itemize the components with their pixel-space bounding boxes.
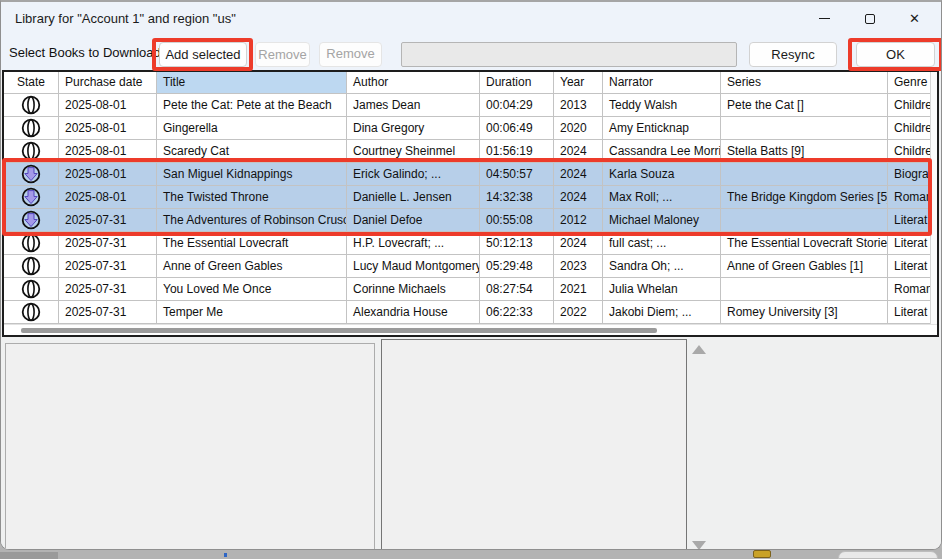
select-books-label: Select Books to Download: bbox=[9, 45, 164, 60]
books-table: StatePurchase dateTitleAuthorDurationYea… bbox=[2, 70, 939, 337]
cell-year: 2021 bbox=[554, 278, 603, 301]
table-row[interactable]: 2025-07-31The Adventures of Robinson Cru… bbox=[4, 209, 930, 232]
cell-author: Dina Gregory bbox=[347, 117, 480, 140]
cell-title: Scaredy Cat bbox=[157, 140, 347, 163]
library-window: Library for "Account 1" and region "us" … bbox=[0, 0, 942, 550]
resync-button[interactable]: Resync bbox=[749, 42, 837, 67]
cell-title: San Miguel Kidnappings bbox=[157, 163, 347, 186]
sphere-icon bbox=[4, 301, 59, 324]
remove-button[interactable]: Remove bbox=[255, 42, 310, 67]
cell-series bbox=[721, 117, 888, 140]
download-arrow-icon bbox=[4, 186, 59, 209]
cell-narrator: Cassandra Lee Morris bbox=[603, 140, 721, 163]
download-arrow-icon bbox=[4, 209, 59, 232]
column-header-year[interactable]: Year bbox=[554, 72, 603, 94]
column-header-narrator[interactable]: Narrator bbox=[603, 72, 721, 94]
cell-narrator: Julia Whelan bbox=[603, 278, 721, 301]
table-row[interactable]: 2025-08-01GingerellaDina Gregory00:06:49… bbox=[4, 117, 930, 140]
cell-series bbox=[721, 278, 888, 301]
cell-title: Pete the Cat: Pete at the Beach bbox=[157, 94, 347, 117]
cell-duration: 01:56:19 bbox=[480, 140, 554, 163]
screen: Library for "Account 1" and region "us" … bbox=[0, 0, 942, 559]
description-panel-left[interactable] bbox=[5, 343, 375, 550]
vertical-scrollbar[interactable] bbox=[930, 72, 937, 324]
cell-year: 2024 bbox=[554, 186, 603, 209]
table-row[interactable]: 2025-07-31Anne of Green GablesLucy Maud … bbox=[4, 255, 930, 278]
table-row[interactable]: 2025-08-01Pete the Cat: Pete at the Beac… bbox=[4, 94, 930, 117]
column-header-series[interactable]: Series bbox=[721, 72, 888, 94]
column-header-duration[interactable]: Duration bbox=[480, 72, 554, 94]
cell-duration: 05:29:48 bbox=[480, 255, 554, 278]
column-header-state[interactable]: State bbox=[4, 72, 59, 94]
sphere-icon bbox=[4, 255, 59, 278]
cell-genre: Literat bbox=[888, 209, 930, 232]
cell-year: 2012 bbox=[554, 209, 603, 232]
cell-genre: Roman bbox=[888, 278, 930, 301]
cell-series: Anne of Green Gables [1] bbox=[721, 255, 888, 278]
table-row[interactable]: 2025-08-01Scaredy CatCourtney Sheinmel01… bbox=[4, 140, 930, 163]
cell-duration: 00:55:08 bbox=[480, 209, 554, 232]
cell-genre: Literat bbox=[888, 255, 930, 278]
cell-genre: Childre bbox=[888, 140, 930, 163]
cell-purchase_date: 2025-08-01 bbox=[59, 94, 157, 117]
cell-genre: Literat bbox=[888, 301, 930, 324]
cell-purchase_date: 2025-08-01 bbox=[59, 140, 157, 163]
table-row[interactable]: 2025-07-31You Loved Me OnceCorinne Micha… bbox=[4, 278, 930, 301]
ok-button[interactable]: OK bbox=[856, 42, 935, 67]
cell-purchase_date: 2025-07-31 bbox=[59, 209, 157, 232]
sphere-icon bbox=[4, 140, 59, 163]
sphere-icon bbox=[4, 278, 59, 301]
titlebar[interactable]: Library for "Account 1" and region "us" … bbox=[1, 2, 941, 36]
scroll-down-arrow[interactable] bbox=[692, 541, 706, 550]
sphere-icon bbox=[4, 117, 59, 140]
cell-author: James Dean bbox=[347, 94, 480, 117]
column-header-title[interactable]: Title bbox=[157, 72, 347, 94]
cell-duration: 14:32:38 bbox=[480, 186, 554, 209]
table-row[interactable]: 2025-07-31The Essential LovecraftH.P. Lo… bbox=[4, 232, 930, 255]
close-button[interactable]: ✕ bbox=[892, 2, 937, 35]
cell-year: 2020 bbox=[554, 117, 603, 140]
taskbar-fragment bbox=[0, 552, 58, 559]
cell-author: H.P. Lovecraft; ... bbox=[347, 232, 480, 255]
horizontal-scrollbar-track[interactable] bbox=[4, 324, 937, 335]
cell-year: 2024 bbox=[554, 232, 603, 255]
table-row[interactable]: 2025-08-01The Twisted ThroneDanielle L. … bbox=[4, 186, 930, 209]
maximize-button[interactable] bbox=[847, 2, 892, 35]
sphere-icon bbox=[4, 94, 59, 117]
add-selected-button[interactable]: Add selected bbox=[159, 42, 247, 67]
scroll-up-arrow[interactable] bbox=[692, 345, 706, 354]
description-panel-right[interactable] bbox=[381, 339, 687, 550]
cell-year: 2013 bbox=[554, 94, 603, 117]
bottom-area bbox=[1, 337, 941, 550]
cell-narrator: full cast; ... bbox=[603, 232, 721, 255]
column-header-purchase_date[interactable]: Purchase date bbox=[59, 72, 157, 94]
column-header-author[interactable]: Author bbox=[347, 72, 480, 94]
toolbar: Select Books to Download: Add selected R… bbox=[1, 36, 941, 70]
remove-all-button[interactable]: Remove all bbox=[319, 42, 382, 67]
cell-author: Daniel Defoe bbox=[347, 209, 480, 232]
cell-purchase_date: 2025-08-01 bbox=[59, 186, 157, 209]
cell-title: Gingerella bbox=[157, 117, 347, 140]
cell-author: Courtney Sheinmel bbox=[347, 140, 480, 163]
cell-narrator: Sandra Oh; ... bbox=[603, 255, 721, 278]
table-row[interactable]: 2025-08-01San Miguel KidnappingsErick Ga… bbox=[4, 163, 930, 186]
cell-duration: 00:06:49 bbox=[480, 117, 554, 140]
cell-title: The Twisted Throne bbox=[157, 186, 347, 209]
cell-narrator: Michael Maloney bbox=[603, 209, 721, 232]
horizontal-scrollbar-thumb[interactable] bbox=[21, 328, 657, 333]
cell-series: The Essential Lovecraft Stories [] bbox=[721, 232, 888, 255]
cell-narrator: Max Roll; ... bbox=[603, 186, 721, 209]
table-body: 2025-08-01Pete the Cat: Pete at the Beac… bbox=[4, 94, 930, 324]
window-title: Library for "Account 1" and region "us" bbox=[15, 11, 236, 26]
taskbar-app-icon bbox=[753, 550, 771, 558]
maximize-icon bbox=[865, 14, 875, 24]
cell-year: 2024 bbox=[554, 163, 603, 186]
cell-purchase_date: 2025-07-31 bbox=[59, 232, 157, 255]
cell-title: You Loved Me Once bbox=[157, 278, 347, 301]
table-row[interactable]: 2025-07-31Temper MeAlexandria House06:22… bbox=[4, 301, 930, 324]
minimize-button[interactable] bbox=[802, 2, 847, 35]
cell-duration: 08:27:54 bbox=[480, 278, 554, 301]
column-header-genre[interactable]: Genre bbox=[888, 72, 930, 94]
cell-series bbox=[721, 163, 888, 186]
cell-series: Romey University [3] bbox=[721, 301, 888, 324]
